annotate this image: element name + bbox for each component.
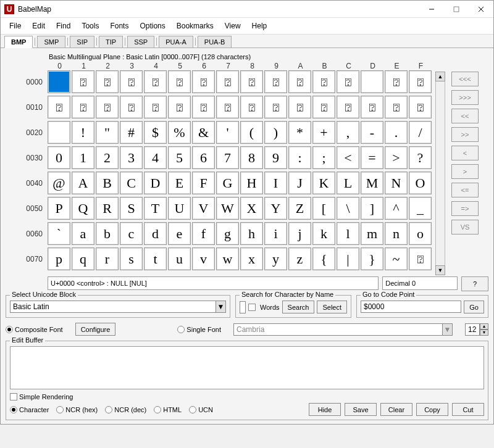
char-cell[interactable]: e <box>168 222 191 245</box>
copy-button[interactable]: Copy <box>416 403 448 416</box>
char-cell[interactable]: J <box>288 172 311 194</box>
char-cell[interactable]: ` <box>48 222 70 245</box>
menu-fonts[interactable]: Fonts <box>105 20 133 31</box>
char-cell[interactable]: C <box>120 172 143 194</box>
char-cell[interactable]: ⍰ <box>264 70 287 93</box>
search-input[interactable] <box>240 301 246 313</box>
char-cell[interactable]: ⍰ <box>216 96 239 118</box>
char-cell[interactable]: ) <box>264 121 287 144</box>
char-cell[interactable]: t <box>144 247 167 270</box>
menu-help[interactable]: Help <box>247 20 272 31</box>
char-cell[interactable]: ? <box>409 146 432 169</box>
font-size-value[interactable]: 12 <box>465 323 480 336</box>
edit-buffer[interactable] <box>10 346 484 389</box>
char-cell[interactable]: u <box>168 247 191 270</box>
char-cell[interactable]: Q <box>72 197 94 220</box>
hide-button[interactable]: Hide <box>309 403 341 416</box>
char-cell[interactable]: & <box>192 121 215 144</box>
char-cell[interactable]: 1 <box>72 146 94 169</box>
char-cell[interactable]: 4 <box>144 146 167 169</box>
nav-next-block[interactable]: >>> <box>451 90 479 105</box>
fmt-html-radio[interactable]: HTML <box>154 406 182 413</box>
char-cell[interactable]: W <box>216 197 239 220</box>
select-button[interactable]: Select <box>317 301 347 313</box>
char-cell[interactable]: | <box>337 247 359 270</box>
char-cell[interactable]: h <box>240 222 263 245</box>
char-cell[interactable]: ⍰ <box>264 96 287 118</box>
char-cell[interactable]: < <box>337 146 359 169</box>
char-cell[interactable]: 5 <box>168 146 191 169</box>
char-cell[interactable]: f <box>192 222 215 245</box>
save-button[interactable]: Save <box>345 403 377 416</box>
char-cell[interactable]: ⍰ <box>385 70 408 93</box>
char-cell[interactable]: - <box>361 121 383 144</box>
char-cell[interactable]: m <box>361 222 383 245</box>
char-cell[interactable]: R <box>96 197 119 220</box>
char-cell[interactable]: 9 <box>264 146 287 169</box>
spin-down-icon[interactable]: ▼ <box>480 330 488 336</box>
tab-ssp[interactable]: SSP <box>127 36 154 48</box>
char-cell[interactable]: [ <box>312 197 335 220</box>
fmt-ncr-dec-radio[interactable]: NCR (dec) <box>105 406 146 413</box>
char-cell[interactable]: # <box>120 121 143 144</box>
char-cell[interactable]: ⍰ <box>337 70 359 93</box>
scroll-down-icon[interactable]: ▼ <box>435 265 445 275</box>
char-cell[interactable]: p <box>48 247 70 270</box>
char-cell[interactable]: N <box>385 172 408 194</box>
char-cell[interactable]: ⍰ <box>120 70 143 93</box>
char-cell[interactable]: z <box>288 247 311 270</box>
help-button[interactable]: ? <box>461 276 488 291</box>
menu-tools[interactable]: Tools <box>77 20 104 31</box>
char-cell[interactable]: o <box>409 222 432 245</box>
char-cell[interactable]: ⍰ <box>409 247 432 270</box>
fmt-ncr-hex-radio[interactable]: NCR (hex) <box>56 406 98 413</box>
char-cell[interactable]: ⍰ <box>192 70 215 93</box>
char-cell[interactable]: 6 <box>192 146 215 169</box>
char-cell[interactable]: $ <box>144 121 167 144</box>
char-cell[interactable]: A <box>72 172 94 194</box>
tab-pua-a[interactable]: PUA-A <box>159 36 193 48</box>
menu-file[interactable]: File <box>4 20 26 31</box>
char-cell[interactable]: U <box>168 197 191 220</box>
char-cell[interactable]: ⍰ <box>216 70 239 93</box>
menu-options[interactable]: Options <box>135 20 170 31</box>
char-cell[interactable]: B <box>96 172 119 194</box>
char-cell[interactable]: + <box>312 121 335 144</box>
char-cell[interactable]: X <box>240 197 263 220</box>
char-cell[interactable]: ! <box>72 121 94 144</box>
char-cell[interactable]: D <box>144 172 167 194</box>
close-button[interactable] <box>469 1 493 18</box>
char-cell[interactable]: ⍰ <box>168 96 191 118</box>
char-cell[interactable]: ' <box>216 121 239 144</box>
char-cell[interactable]: ⍰ <box>168 70 191 93</box>
char-cell[interactable]: { <box>312 247 335 270</box>
tab-sip[interactable]: SIP <box>70 36 94 48</box>
scroll-up-icon[interactable]: ▲ <box>435 72 445 81</box>
char-cell[interactable]: / <box>409 121 432 144</box>
tab-pua-b[interactable]: PUA-B <box>198 36 232 48</box>
char-cell[interactable]: b <box>96 222 119 245</box>
spin-up-icon[interactable]: ▲ <box>480 323 488 330</box>
char-cell[interactable]: G <box>216 172 239 194</box>
char-cell[interactable]: ⍰ <box>312 70 335 93</box>
nav-le[interactable]: <= <box>451 183 479 197</box>
char-cell[interactable]: . <box>385 121 408 144</box>
char-cell[interactable]: ⍰ <box>288 96 311 118</box>
char-cell[interactable]: i <box>264 222 287 245</box>
char-cell[interactable]: ⍰ <box>361 96 383 118</box>
char-cell[interactable]: v <box>192 247 215 270</box>
char-cell[interactable]: 3 <box>120 146 143 169</box>
char-cell[interactable]: s <box>120 247 143 270</box>
char-cell[interactable]: 2 <box>96 146 119 169</box>
char-cell[interactable]: 0 <box>48 146 70 169</box>
char-cell[interactable]: j <box>288 222 311 245</box>
char-cell[interactable]: ( <box>240 121 263 144</box>
nav-prev[interactable]: < <box>451 146 479 160</box>
char-cell[interactable]: ⍰ <box>96 96 119 118</box>
maximize-button[interactable] <box>444 1 469 18</box>
char-cell[interactable]: \ <box>337 197 359 220</box>
char-cell[interactable]: E <box>168 172 191 194</box>
char-cell[interactable]: k <box>312 222 335 245</box>
char-cell[interactable]: n <box>385 222 408 245</box>
char-cell[interactable]: ; <box>312 146 335 169</box>
